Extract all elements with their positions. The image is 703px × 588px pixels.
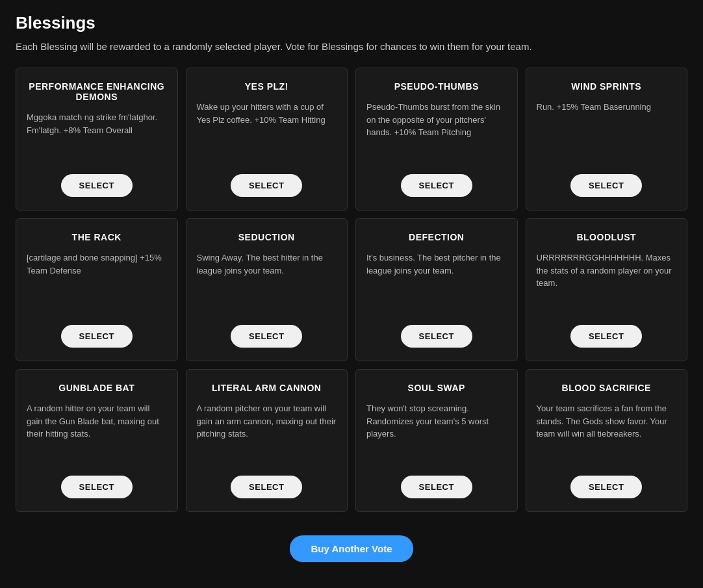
blessing-card: THE RACK[cartilage and bone snapping] +1… <box>16 218 178 361</box>
blessing-card: PERFORMANCE ENHANCING DEMONSMggoka match… <box>16 68 178 211</box>
blessing-description: URRRRRRRGGHHHHHHH. Maxes the stats of a … <box>537 251 677 312</box>
blessing-name: DEFECTION <box>409 232 464 242</box>
blessing-card: LITERAL ARM CANNONA random pitcher on yo… <box>186 369 348 512</box>
blessing-card: SEDUCTIONSwing Away. The best hitter in … <box>186 218 348 361</box>
select-button[interactable]: SELECT <box>231 325 302 348</box>
select-button[interactable]: SELECT <box>570 476 642 498</box>
blessing-description: It's business. The best pitcher in the l… <box>366 251 507 312</box>
select-button[interactable]: SELECT <box>61 476 133 498</box>
select-button[interactable]: SELECT <box>231 476 302 498</box>
blessing-name: PERFORMANCE ENHANCING DEMONS <box>27 81 167 102</box>
blessing-card: BLOODLUSTURRRRRRRGGHHHHHHH. Maxes the st… <box>526 218 688 361</box>
blessing-name: SOUL SWAP <box>408 383 465 393</box>
blessing-card: BLOOD SACRIFICEYour team sacrifices a fa… <box>526 369 688 512</box>
page-subtitle: Each Blessing will be rewarded to a rand… <box>16 41 687 52</box>
select-button[interactable]: SELECT <box>231 174 302 197</box>
blessing-name: SEDUCTION <box>238 232 295 242</box>
blessing-description: A random hitter on your team will gain t… <box>27 402 167 463</box>
blessing-name: PSEUDO-THUMBS <box>394 81 479 92</box>
blessing-name: YES PLZ! <box>245 81 288 92</box>
blessing-card: SOUL SWAPThey won't stop screaming. Rand… <box>355 369 518 512</box>
blessing-card: DEFECTIONIt's business. The best pitcher… <box>355 218 518 361</box>
footer-area: Buy Another Vote <box>16 512 687 575</box>
blessing-name: BLOOD SACRIFICE <box>562 383 651 393</box>
blessing-name: BLOODLUST <box>576 232 636 242</box>
select-button[interactable]: SELECT <box>570 325 642 348</box>
blessing-description: Mggoka match ng strike fm'latghor. Fm'la… <box>27 111 167 161</box>
blessing-description: Your team sacrifices a fan from the stan… <box>537 402 677 463</box>
blessing-card: YES PLZ!Wake up your hitters with a cup … <box>186 68 348 211</box>
blessing-description: Swing Away. The best hitter in the leagu… <box>197 251 337 312</box>
select-button[interactable]: SELECT <box>570 174 642 197</box>
select-button[interactable]: SELECT <box>401 174 472 197</box>
blessing-description: Run. +15% Team Baserunning <box>537 101 677 161</box>
buy-another-vote-button[interactable]: Buy Another Vote <box>290 535 413 562</box>
select-button[interactable]: SELECT <box>61 325 133 348</box>
blessings-grid: PERFORMANCE ENHANCING DEMONSMggoka match… <box>16 68 687 512</box>
blessing-description: A random pitcher on your team will gain … <box>197 402 337 463</box>
blessing-name: WIND SPRINTS <box>571 81 641 92</box>
blessing-name: THE RACK <box>72 232 121 242</box>
blessing-name: GUNBLADE BAT <box>58 383 134 393</box>
blessing-description: [cartilage and bone snapping] +15% Team … <box>27 251 167 312</box>
blessing-name: LITERAL ARM CANNON <box>212 383 321 393</box>
blessing-description: Wake up your hitters with a cup of Yes P… <box>197 101 337 161</box>
blessing-card: PSEUDO-THUMBSPseudo-Thumbs burst from th… <box>355 68 518 211</box>
select-button[interactable]: SELECT <box>401 325 472 348</box>
blessing-description: Pseudo-Thumbs burst from the skin on the… <box>366 101 507 161</box>
blessing-card: GUNBLADE BATA random hitter on your team… <box>16 369 178 512</box>
blessing-description: They won't stop screaming. Randomizes yo… <box>366 402 507 463</box>
page-title: Blessings <box>16 13 687 33</box>
blessing-card: WIND SPRINTSRun. +15% Team BaserunningSE… <box>526 68 688 211</box>
select-button[interactable]: SELECT <box>401 476 472 498</box>
select-button[interactable]: SELECT <box>61 174 133 197</box>
